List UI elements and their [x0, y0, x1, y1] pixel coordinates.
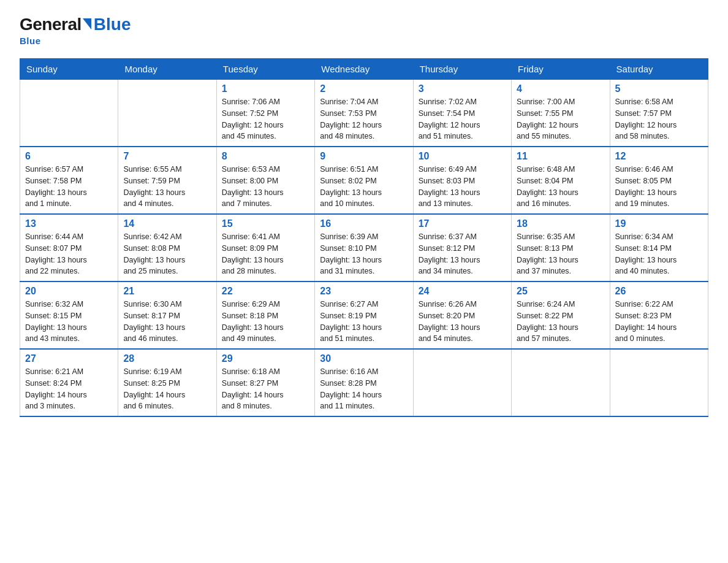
day-info: Sunrise: 6:27 AMSunset: 8:19 PMDaylight:…	[320, 299, 408, 345]
day-number: 27	[25, 353, 113, 364]
calendar-day-22: 22Sunrise: 6:29 AMSunset: 8:18 PMDayligh…	[216, 282, 314, 349]
calendar-day-30: 30Sunrise: 6:16 AMSunset: 8:28 PMDayligh…	[315, 349, 413, 416]
day-number: 6	[25, 151, 113, 162]
calendar-day-21: 21Sunrise: 6:30 AMSunset: 8:17 PMDayligh…	[118, 282, 216, 349]
calendar-day-23: 23Sunrise: 6:27 AMSunset: 8:19 PMDayligh…	[315, 282, 413, 349]
day-number: 8	[222, 151, 309, 162]
calendar-day-13: 13Sunrise: 6:44 AMSunset: 8:07 PMDayligh…	[20, 214, 118, 282]
day-info: Sunrise: 6:21 AMSunset: 8:24 PMDaylight:…	[25, 366, 113, 412]
calendar-empty-cell	[610, 349, 708, 416]
day-info: Sunrise: 6:57 AMSunset: 7:58 PMDaylight:…	[25, 164, 113, 210]
day-info: Sunrise: 6:16 AMSunset: 8:28 PMDaylight:…	[320, 366, 408, 412]
day-number: 26	[615, 286, 703, 297]
calendar-day-28: 28Sunrise: 6:19 AMSunset: 8:25 PMDayligh…	[118, 349, 216, 416]
day-info: Sunrise: 6:51 AMSunset: 8:02 PMDaylight:…	[320, 164, 408, 210]
day-number: 7	[123, 151, 211, 162]
day-number: 17	[419, 218, 506, 229]
day-info: Sunrise: 6:49 AMSunset: 8:03 PMDaylight:…	[419, 164, 506, 210]
day-number: 1	[222, 83, 309, 94]
day-number: 12	[615, 151, 703, 162]
calendar-day-26: 26Sunrise: 6:22 AMSunset: 8:23 PMDayligh…	[610, 282, 708, 349]
weekday-header-thursday: Thursday	[413, 59, 511, 80]
day-info: Sunrise: 6:39 AMSunset: 8:10 PMDaylight:…	[320, 231, 408, 277]
day-info: Sunrise: 6:34 AMSunset: 8:14 PMDaylight:…	[615, 231, 703, 277]
day-info: Sunrise: 6:24 AMSunset: 8:22 PMDaylight:…	[517, 299, 604, 345]
day-info: Sunrise: 6:42 AMSunset: 8:08 PMDaylight:…	[123, 231, 211, 277]
calendar-table: SundayMondayTuesdayWednesdayThursdayFrid…	[20, 58, 708, 417]
day-number: 15	[222, 218, 309, 229]
day-info: Sunrise: 6:53 AMSunset: 8:00 PMDaylight:…	[222, 164, 309, 210]
day-info: Sunrise: 6:18 AMSunset: 8:27 PMDaylight:…	[222, 366, 309, 412]
logo-blue-text: Blue	[94, 15, 131, 34]
day-number: 13	[25, 218, 113, 229]
day-info: Sunrise: 6:30 AMSunset: 8:17 PMDaylight:…	[123, 299, 211, 345]
logo: General Blue Blue	[20, 15, 131, 46]
weekday-header-sunday: Sunday	[20, 59, 118, 80]
day-number: 24	[419, 286, 506, 297]
day-number: 2	[320, 83, 408, 94]
logo-general-text: General	[20, 15, 82, 34]
calendar-day-29: 29Sunrise: 6:18 AMSunset: 8:27 PMDayligh…	[216, 349, 314, 416]
day-info: Sunrise: 7:02 AMSunset: 7:54 PMDaylight:…	[419, 96, 506, 142]
calendar-day-19: 19Sunrise: 6:34 AMSunset: 8:14 PMDayligh…	[610, 214, 708, 282]
day-number: 30	[320, 353, 408, 364]
day-number: 23	[320, 286, 408, 297]
logo-triangle-icon	[83, 18, 91, 29]
logo-tagline: Blue	[20, 36, 41, 46]
calendar-day-5: 5Sunrise: 6:58 AMSunset: 7:57 PMDaylight…	[610, 80, 708, 147]
day-info: Sunrise: 6:37 AMSunset: 8:12 PMDaylight:…	[419, 231, 506, 277]
day-info: Sunrise: 6:29 AMSunset: 8:18 PMDaylight:…	[222, 299, 309, 345]
calendar-day-27: 27Sunrise: 6:21 AMSunset: 8:24 PMDayligh…	[20, 349, 118, 416]
calendar-week-row: 1Sunrise: 7:06 AMSunset: 7:52 PMDaylight…	[20, 80, 708, 147]
day-info: Sunrise: 6:46 AMSunset: 8:05 PMDaylight:…	[615, 164, 703, 210]
day-number: 18	[517, 218, 604, 229]
day-info: Sunrise: 6:44 AMSunset: 8:07 PMDaylight:…	[25, 231, 113, 277]
calendar-week-row: 20Sunrise: 6:32 AMSunset: 8:15 PMDayligh…	[20, 282, 708, 349]
day-number: 11	[517, 151, 604, 162]
calendar-day-10: 10Sunrise: 6:49 AMSunset: 8:03 PMDayligh…	[413, 147, 511, 214]
calendar-empty-cell	[413, 349, 511, 416]
weekday-header-wednesday: Wednesday	[315, 59, 413, 80]
calendar-day-11: 11Sunrise: 6:48 AMSunset: 8:04 PMDayligh…	[512, 147, 610, 214]
day-number: 21	[123, 286, 211, 297]
day-number: 9	[320, 151, 408, 162]
calendar-empty-cell	[512, 349, 610, 416]
calendar-day-3: 3Sunrise: 7:02 AMSunset: 7:54 PMDaylight…	[413, 80, 511, 147]
calendar-day-6: 6Sunrise: 6:57 AMSunset: 7:58 PMDaylight…	[20, 147, 118, 214]
calendar-week-row: 27Sunrise: 6:21 AMSunset: 8:24 PMDayligh…	[20, 349, 708, 416]
calendar-day-2: 2Sunrise: 7:04 AMSunset: 7:53 PMDaylight…	[315, 80, 413, 147]
day-info: Sunrise: 6:58 AMSunset: 7:57 PMDaylight:…	[615, 96, 703, 142]
day-number: 14	[123, 218, 211, 229]
calendar-empty-cell	[118, 80, 216, 147]
calendar-day-16: 16Sunrise: 6:39 AMSunset: 8:10 PMDayligh…	[315, 214, 413, 282]
calendar-day-24: 24Sunrise: 6:26 AMSunset: 8:20 PMDayligh…	[413, 282, 511, 349]
day-info: Sunrise: 6:19 AMSunset: 8:25 PMDaylight:…	[123, 366, 211, 412]
day-number: 3	[419, 83, 506, 94]
weekday-header-tuesday: Tuesday	[216, 59, 314, 80]
calendar-empty-cell	[20, 80, 118, 147]
calendar-day-7: 7Sunrise: 6:55 AMSunset: 7:59 PMDaylight…	[118, 147, 216, 214]
day-info: Sunrise: 6:35 AMSunset: 8:13 PMDaylight:…	[517, 231, 604, 277]
day-info: Sunrise: 6:48 AMSunset: 8:04 PMDaylight:…	[517, 164, 604, 210]
calendar-week-row: 6Sunrise: 6:57 AMSunset: 7:58 PMDaylight…	[20, 147, 708, 214]
day-number: 5	[615, 83, 703, 94]
weekday-header-friday: Friday	[512, 59, 610, 80]
calendar-day-4: 4Sunrise: 7:00 AMSunset: 7:55 PMDaylight…	[512, 80, 610, 147]
calendar-day-9: 9Sunrise: 6:51 AMSunset: 8:02 PMDaylight…	[315, 147, 413, 214]
day-number: 16	[320, 218, 408, 229]
day-number: 29	[222, 353, 309, 364]
calendar-day-8: 8Sunrise: 6:53 AMSunset: 8:00 PMDaylight…	[216, 147, 314, 214]
day-number: 22	[222, 286, 309, 297]
day-number: 4	[517, 83, 604, 94]
day-info: Sunrise: 6:55 AMSunset: 7:59 PMDaylight:…	[123, 164, 211, 210]
calendar-header-row: SundayMondayTuesdayWednesdayThursdayFrid…	[20, 59, 708, 80]
day-number: 20	[25, 286, 113, 297]
day-info: Sunrise: 6:32 AMSunset: 8:15 PMDaylight:…	[25, 299, 113, 345]
calendar-day-20: 20Sunrise: 6:32 AMSunset: 8:15 PMDayligh…	[20, 282, 118, 349]
day-number: 19	[615, 218, 703, 229]
calendar-day-17: 17Sunrise: 6:37 AMSunset: 8:12 PMDayligh…	[413, 214, 511, 282]
page-header: General Blue Blue	[20, 15, 708, 46]
day-info: Sunrise: 7:00 AMSunset: 7:55 PMDaylight:…	[517, 96, 604, 142]
weekday-header-monday: Monday	[118, 59, 216, 80]
day-number: 25	[517, 286, 604, 297]
